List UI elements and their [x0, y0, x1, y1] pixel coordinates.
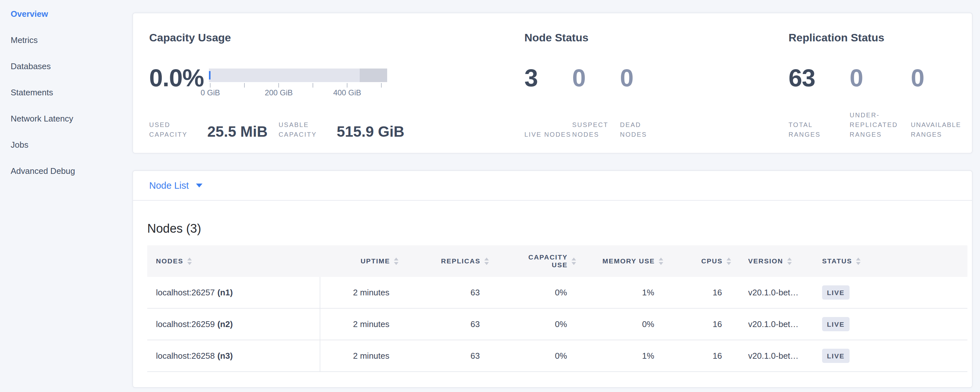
sidebar-item-overview[interactable]: Overview	[11, 1, 132, 27]
capacity-gauge-reserved-segment	[360, 69, 387, 82]
sort-icon	[571, 258, 576, 265]
sidebar-item-jobs[interactable]: Jobs	[11, 132, 132, 158]
status-cell: LIVE	[815, 277, 967, 309]
table-row[interactable]: localhost:26259 (n2) 2 minutes 63 0% 0% …	[147, 309, 967, 340]
sort-icon	[484, 258, 489, 265]
used-capacity-label: USED CAPACITY	[149, 120, 197, 139]
replication-status-section: Replication Status 63 TOTAL RANGES 0 UND…	[789, 32, 972, 153]
capacity-gauge: 0 GiB 200 GiB 400 GiB	[209, 65, 387, 98]
version-cell: v20.1.0-bet…	[733, 340, 815, 372]
cpus-cell: 16	[666, 277, 733, 309]
status-cell: LIVE	[815, 340, 967, 372]
total-ranges-value: 63	[789, 65, 850, 91]
replicas-cell: 63	[401, 277, 492, 309]
table-row[interactable]: localhost:26257 (n1) 2 minutes 63 0% 1% …	[147, 277, 967, 309]
capacity-usage-section: Capacity Usage 0.0% 0 Gi	[149, 32, 524, 153]
capacity-percent-value: 0.0%	[149, 65, 204, 98]
sidebar-item-metrics[interactable]: Metrics	[11, 27, 132, 53]
node-list-card: Node List Nodes (3) NODES UPTIME	[132, 170, 972, 388]
total-ranges-stat: 63 TOTAL RANGES	[789, 65, 850, 139]
usable-capacity-value: 515.9 GiB	[337, 124, 405, 139]
under-replicated-ranges-stat: 0 UNDER-REPLICATED RANGES	[850, 65, 911, 139]
node-status-section: Node Status 3 LIVE NODES 0 SUSPECT NODES…	[524, 32, 789, 153]
capacity-gauge-used-marker	[209, 71, 210, 80]
live-nodes-label: LIVE NODES	[524, 130, 572, 139]
sidebar-item-advanced-debug[interactable]: Advanced Debug	[11, 158, 132, 184]
live-nodes-stat: 3 LIVE NODES	[524, 65, 572, 139]
replication-status-title: Replication Status	[789, 32, 972, 43]
node-address-cell: localhost:26258 (n3)	[147, 340, 320, 372]
memory-use-cell: 0%	[579, 309, 666, 340]
total-ranges-label: TOTAL RANGES	[789, 120, 837, 139]
uptime-cell: 2 minutes	[320, 309, 401, 340]
capacity-use-cell: 0%	[492, 277, 579, 309]
cluster-summary-card: Capacity Usage 0.0% 0 Gi	[132, 13, 972, 153]
node-list-dropdown-label: Node List	[149, 180, 189, 191]
replicas-cell: 63	[401, 309, 492, 340]
capacity-use-cell: 0%	[492, 309, 579, 340]
node-list-dropdown[interactable]: Node List	[133, 171, 972, 201]
unavailable-ranges-label: UNAVAILABLE RANGES	[911, 120, 972, 139]
capacity-usage-title: Capacity Usage	[149, 32, 524, 43]
column-header-replicas[interactable]: REPLICAS	[401, 245, 492, 277]
column-header-status[interactable]: STATUS	[815, 245, 967, 277]
cpus-cell: 16	[666, 309, 733, 340]
usable-capacity-stat: USABLE CAPACITY 515.9 GiB	[278, 120, 405, 139]
column-header-cpus[interactable]: CPUS	[666, 245, 733, 277]
capacity-gauge-bar	[209, 69, 387, 82]
unavailable-ranges-stat: 0 UNAVAILABLE RANGES	[911, 65, 972, 139]
under-replicated-ranges-value: 0	[850, 65, 911, 91]
unavailable-ranges-value: 0	[911, 65, 972, 91]
axis-label-400gib: 400 GiB	[333, 88, 361, 97]
sidebar-item-network-latency[interactable]: Network Latency	[11, 106, 132, 132]
status-cell: LIVE	[815, 309, 967, 340]
node-address-cell: localhost:26259 (n2)	[147, 309, 320, 340]
sort-icon	[727, 258, 731, 265]
suspect-nodes-label: SUSPECT NODES	[572, 120, 620, 139]
column-header-nodes[interactable]: NODES	[147, 245, 320, 277]
nodes-table-body: localhost:26257 (n1) 2 minutes 63 0% 1% …	[147, 277, 967, 372]
cpus-cell: 16	[666, 340, 733, 372]
column-header-version[interactable]: VERSION	[733, 245, 815, 277]
sort-icon	[394, 258, 398, 265]
suspect-nodes-stat: 0 SUSPECT NODES	[572, 65, 620, 139]
used-capacity-value: 25.5 MiB	[207, 124, 268, 139]
chevron-down-icon	[196, 183, 202, 187]
version-cell: v20.1.0-bet…	[733, 309, 815, 340]
nodes-heading: Nodes (3)	[147, 221, 966, 236]
sidebar-item-statements[interactable]: Statements	[11, 80, 132, 106]
table-row[interactable]: localhost:26258 (n3) 2 minutes 63 0% 1% …	[147, 340, 967, 372]
version-cell: v20.1.0-bet…	[733, 277, 815, 309]
column-header-memory-use[interactable]: MEMORY USE	[579, 245, 666, 277]
column-header-capacity-use[interactable]: CAPACITY USE	[492, 245, 579, 277]
node-address-cell: localhost:26257 (n1)	[147, 277, 320, 309]
uptime-cell: 2 minutes	[320, 277, 401, 309]
used-capacity-stat: USED CAPACITY 25.5 MiB	[149, 120, 268, 139]
suspect-nodes-value: 0	[572, 65, 620, 91]
sidebar-nav: Overview Metrics Databases Statements Ne…	[0, 0, 132, 392]
node-status-title: Node Status	[524, 32, 789, 43]
under-replicated-ranges-label: UNDER-REPLICATED RANGES	[850, 110, 911, 139]
axis-label-0gib: 0 GiB	[200, 88, 220, 97]
memory-use-cell: 1%	[579, 277, 666, 309]
status-badge: LIVE	[822, 349, 850, 363]
uptime-cell: 2 minutes	[320, 340, 401, 372]
sort-icon	[659, 258, 663, 265]
sort-icon	[856, 258, 861, 265]
dead-nodes-stat: 0 DEAD NODES	[620, 65, 668, 139]
replicas-cell: 63	[401, 340, 492, 372]
sidebar-item-databases[interactable]: Databases	[11, 53, 132, 80]
dead-nodes-label: DEAD NODES	[620, 120, 668, 139]
axis-label-200gib: 200 GiB	[265, 88, 293, 97]
nodes-table: NODES UPTIME REPLICAS CAPACITY USE	[147, 245, 967, 372]
sort-icon	[187, 258, 192, 265]
capacity-gauge-axis-labels: 0 GiB 200 GiB 400 GiB	[209, 88, 387, 98]
sort-icon	[787, 258, 792, 265]
capacity-use-cell: 0%	[492, 340, 579, 372]
nodes-table-header: NODES UPTIME REPLICAS CAPACITY USE	[147, 245, 967, 277]
column-header-uptime[interactable]: UPTIME	[320, 245, 401, 277]
dead-nodes-value: 0	[620, 65, 668, 91]
live-nodes-value: 3	[524, 65, 572, 91]
usable-capacity-label: USABLE CAPACITY	[278, 120, 327, 139]
memory-use-cell: 1%	[579, 340, 666, 372]
